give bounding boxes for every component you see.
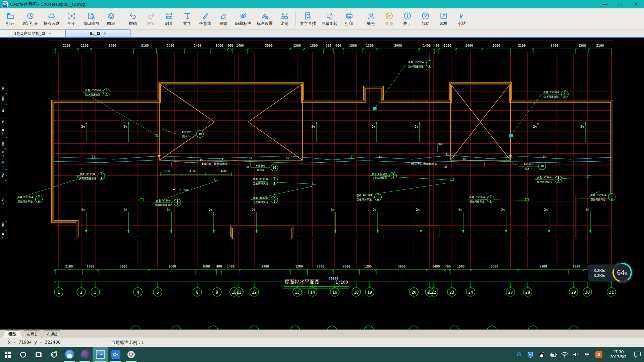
qq-tray-icon[interactable] — [537, 347, 547, 362]
battery-tray-icon[interactable] — [548, 347, 558, 362]
cplus-app-icon: C+ — [111, 350, 120, 359]
undo-button[interactable]: 撤销 — [124, 10, 142, 27]
delete-button[interactable]: 删除 — [214, 10, 232, 27]
cursor-coordinates: x = 71984 y = 322488 — [8, 340, 61, 345]
space-tab-layout1[interactable]: 布局1 — [21, 330, 43, 338]
svg-text:10: 10 — [232, 290, 236, 295]
space-tab-layout2[interactable]: 布局2 — [41, 330, 63, 338]
svg-text:1600: 1600 — [221, 170, 227, 173]
qq-browser-icon — [65, 350, 74, 359]
svg-text:18: 18 — [354, 290, 359, 295]
svg-text:4: 4 — [274, 182, 275, 185]
svg-text:7: 7 — [38, 196, 40, 199]
scale-button[interactable]: A:B比例 — [275, 10, 293, 27]
measure-icon — [165, 12, 173, 20]
recent-open-button[interactable]: 最近打开 — [19, 10, 41, 27]
svg-text:22: 22 — [431, 290, 436, 295]
security-shield-tray-icon[interactable] — [525, 347, 535, 362]
cloud-drive-button[interactable]: 快看云盘 — [41, 10, 62, 27]
toolbar-label: 打印 — [345, 21, 353, 26]
svg-text:900: 900 — [326, 44, 331, 47]
tab-close-icon[interactable]: × — [49, 31, 51, 36]
document-tab-0[interactable]: 1期D户型结构_t3× — [0, 29, 65, 37]
svg-text:1200: 1200 — [87, 264, 94, 268]
screen-rotate-button[interactable]: 屏幕旋转 — [319, 10, 340, 27]
svg-text:Φ95302: Φ95302 — [181, 131, 191, 134]
toolbar-label: 文字 — [183, 21, 191, 26]
minimize-button[interactable]: — — [597, 0, 612, 8]
svg-text:防水雨蓬做法: 防水雨蓬做法 — [86, 93, 101, 96]
svg-text:3900: 3900 — [398, 264, 406, 268]
svg-text:2100: 2100 — [518, 44, 526, 47]
close-button[interactable]: ✕ — [628, 0, 644, 8]
volume-tray-icon[interactable] — [571, 347, 581, 362]
cad-viewer-button[interactable]: CAD — [93, 347, 108, 362]
site-button[interactable]: k小站 — [452, 10, 471, 27]
ratio-icon: A:B — [280, 12, 289, 20]
action-center-button[interactable] — [633, 347, 643, 362]
task-view-button[interactable] — [31, 347, 46, 362]
app-icon: CAD — [2, 1, 8, 7]
tab-close-icon[interactable]: × — [104, 31, 106, 36]
full-view-button[interactable]: 全图 — [62, 10, 80, 27]
maximize-button[interactable]: ▢ — [612, 0, 628, 8]
document-tab-1[interactable]: 8#_t3× — [65, 29, 130, 37]
wifi-tray-icon[interactable] — [559, 347, 570, 362]
print-button[interactable]: 打印 — [340, 10, 358, 27]
svg-text:2%: 2% — [372, 125, 375, 128]
free-line-button[interactable]: 任意线 — [196, 10, 214, 27]
memory-percent-widget[interactable]: 64% — [611, 261, 633, 284]
toolbar-label: 文字查找 — [300, 21, 316, 26]
fullview-icon — [67, 12, 76, 20]
toolbar-label: 账号 — [367, 21, 375, 26]
avatar-app-icon — [80, 350, 90, 359]
start-button[interactable] — [0, 347, 15, 362]
vip-button[interactable]: VIP会员 — [380, 10, 398, 27]
cad-canvas[interactable]: 2100120039002100260024001600400140039001… — [0, 38, 644, 329]
svg-text:700: 700 — [1, 85, 5, 90]
account-button[interactable]: 账号 — [362, 10, 380, 27]
download-arrow-icon: ↓ — [591, 274, 593, 278]
safe-browser-button[interactable] — [46, 347, 62, 362]
svg-text:31: 31 — [609, 290, 614, 295]
svg-text:3: 3 — [564, 91, 566, 94]
rotate-icon — [325, 12, 334, 20]
help-button[interactable]: 帮助 — [416, 10, 434, 27]
svg-text:1600: 1600 — [202, 264, 210, 268]
text-find-button[interactable]: A文字查找 — [297, 10, 319, 27]
svg-text:1:100: 1:100 — [335, 280, 348, 285]
sogou-input-tray-icon[interactable]: S — [594, 347, 604, 362]
space-tab-model[interactable]: 模型 — [3, 330, 22, 338]
toolbar-label: 恢复 — [147, 21, 155, 26]
person-icon — [367, 12, 375, 20]
sogou-browser-tray-icon[interactable]: G — [514, 347, 524, 362]
qq-browser-button[interactable] — [62, 347, 77, 362]
measure-button[interactable]: 测量 — [160, 10, 178, 27]
annotation-settings-button[interactable]: 标注设置 — [254, 10, 275, 27]
input-language-indicator[interactable]: 中 — [582, 347, 592, 362]
style-button[interactable]: 风格 — [434, 10, 452, 27]
about-button[interactable]: 关于 — [398, 10, 416, 27]
svg-text:1800: 1800 — [349, 44, 357, 47]
cortana-button[interactable] — [15, 347, 31, 362]
cplus-app-button[interactable]: C+ — [108, 347, 123, 362]
svg-text:2: 2 — [80, 290, 82, 295]
vip-icon: VIP — [385, 12, 393, 20]
paint-app-button[interactable] — [123, 347, 139, 362]
hide-annotation-button[interactable]: 隐藏标注 — [232, 10, 254, 27]
taskbar-clock[interactable]: 17:30 2017/5/3 — [605, 349, 631, 360]
svg-text:2%: 2% — [252, 208, 255, 212]
drain-lines — [53, 144, 612, 163]
svg-text:参看 05J904: 参看 05J904 — [85, 89, 101, 92]
redo-button[interactable]: 恢复 — [142, 10, 160, 27]
text-button[interactable]: 文字 — [178, 10, 196, 27]
svg-text:3600: 3600 — [168, 264, 176, 268]
window-zoom-button[interactable]: 窗口缩放 — [80, 10, 102, 27]
media-app-button[interactable] — [77, 347, 93, 362]
svg-text:2100: 2100 — [141, 44, 149, 47]
layers-button[interactable]: 图层 — [102, 10, 120, 27]
svg-text:雨水斗: 雨水斗 — [182, 135, 190, 138]
toolbar-label: 最近打开 — [22, 21, 38, 26]
open-button[interactable]: 打开 — [1, 10, 19, 27]
toolbar-label: 快看云盘 — [44, 21, 60, 26]
